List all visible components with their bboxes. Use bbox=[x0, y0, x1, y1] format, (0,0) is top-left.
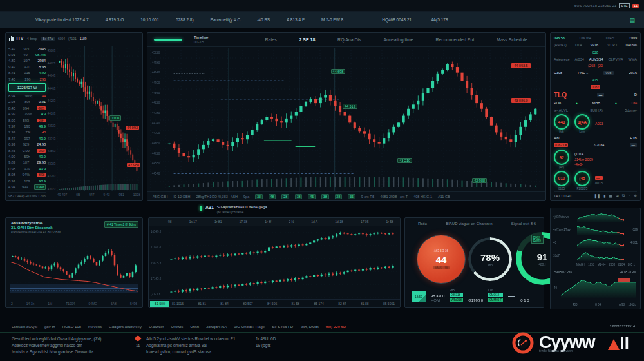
stat-tile[interactable]: 9MO18 bbox=[488, 293, 503, 297]
watchlist-row[interactable]: 7.9719649.9 bbox=[8, 123, 46, 129]
footer-chip[interactable]: 38 bbox=[295, 194, 303, 199]
menu-icon[interactable] bbox=[508, 296, 515, 303]
stat-tile[interactable]: 18/50 bbox=[412, 291, 426, 302]
toolbar-item[interactable]: Panametit(y # C bbox=[211, 17, 241, 22]
footer-item[interactable]: 28kg/TH1GO /0,383 - A5H bbox=[196, 195, 238, 199]
watchlist-row[interactable]: 2.9979L48 bbox=[8, 130, 46, 135]
grid-icon[interactable]: ▦ bbox=[609, 193, 612, 198]
plus-icon[interactable]: ✛ bbox=[634, 193, 637, 198]
titlebar-chip[interactable]: STE bbox=[619, 3, 630, 8]
tab-mass-schedule[interactable]: Mass Schedule bbox=[497, 37, 527, 42]
timeline-label[interactable]: Timeline bbox=[194, 35, 208, 40]
tab-2-se-18[interactable]: 2 SE 18 bbox=[299, 37, 315, 42]
watchlist-row[interactable]: 8.9110998.9 bbox=[8, 178, 46, 184]
mini-gauge[interactable]: 0100105 bbox=[554, 171, 569, 190]
watchlist-row[interactable]: 5.439212945 bbox=[8, 46, 46, 52]
footer-item[interactable]: 4081 2998 - cm T bbox=[380, 195, 408, 199]
footer-chip[interactable]: 45 bbox=[308, 194, 316, 199]
timeframe-badge[interactable]: # 41 Times1 8] 9dns bbox=[104, 221, 138, 228]
footer-item[interactable]: 9pa bbox=[243, 195, 249, 199]
watchlist-row[interactable]: 9.439208.98 bbox=[8, 64, 46, 70]
footer-menu-item[interactable]: Se SYoa FD bbox=[272, 325, 293, 329]
sparkline-canvas[interactable] bbox=[577, 237, 624, 248]
mini-gauge[interactable]: (45P2010/5 bbox=[574, 171, 590, 190]
watchlist-row[interactable]: 8.410154.90 bbox=[8, 70, 46, 76]
mini-gauge[interactable]: 4480vb bbox=[554, 114, 569, 133]
notification-badge[interactable]: 11 bbox=[632, 4, 639, 8]
left-chart-canvas[interactable] bbox=[57, 46, 140, 191]
footer-chip[interactable]: 35 bbox=[348, 194, 355, 199]
watchlist-row[interactable]: 9.8910729.98 bbox=[8, 160, 46, 166]
mini-chart-canvas[interactable] bbox=[10, 246, 138, 297]
sparkline-canvas[interactable] bbox=[577, 211, 624, 222]
mini-gauge[interactable]: 1(4ALem bbox=[574, 114, 590, 133]
stat-tile[interactable]: 9MM05 F bbox=[488, 298, 503, 302]
mini-gauge[interactable]: 92(45) bbox=[554, 150, 569, 169]
watchlist-row[interactable]: 8.93593-2.84 bbox=[8, 117, 46, 123]
watchlist-row[interactable]: 4.9979%4.9 bbox=[8, 112, 46, 117]
footer-menu-item[interactable]: -ath, DMBt bbox=[300, 325, 319, 329]
symbol-label[interactable]: ITV bbox=[17, 36, 24, 41]
stat-tile[interactable]: W5d018 bbox=[450, 298, 463, 302]
toolbar-item[interactable]: 5288 2 8) bbox=[176, 17, 193, 22]
footer-menu-item[interactable]: thn) 229 6D bbox=[326, 325, 346, 329]
footer-menu-item[interactable]: Orkwts bbox=[171, 325, 183, 329]
footer-chip[interactable]: 38 bbox=[255, 194, 263, 199]
chart-icon[interactable]: ▤ bbox=[629, 17, 635, 23]
timeline-progress[interactable] bbox=[154, 39, 182, 41]
watchlist-row[interactable]: 8.450.09-9.99 bbox=[8, 148, 46, 153]
footer-menu-item[interactable]: gav-th bbox=[44, 325, 55, 329]
main-chart-plot[interactable]: 4502044980449404490044860448204478044740… bbox=[150, 48, 543, 191]
footer-menu-item[interactable]: Uhsh bbox=[190, 325, 199, 329]
sparkline-canvas[interactable] bbox=[577, 250, 624, 261]
footer-chip[interactable]: 48 bbox=[269, 194, 276, 199]
footer-chip[interactable]: 28 bbox=[335, 194, 343, 199]
footer-item[interactable]: A11 GB - bbox=[438, 195, 452, 199]
toolbar-item[interactable]: HQ468 0048 21 bbox=[382, 17, 412, 22]
toolbar-item[interactable]: M 5-0 EW 8 bbox=[321, 17, 343, 22]
gauge-percent[interactable]: 78%ann bbox=[468, 237, 512, 281]
tab-recommended-put[interactable]: Recommended Put bbox=[435, 37, 474, 42]
dual-series-canvas[interactable] bbox=[167, 228, 397, 298]
watchlist-row[interactable]: 8.4799749.9 bbox=[8, 135, 46, 141]
watchlist-row[interactable]: 8.949mq44 bbox=[8, 93, 46, 99]
gauge-ratio[interactable]: A63 5 3-16 44 MMA) - W bbox=[417, 235, 466, 284]
footer-chip[interactable]: 38 bbox=[321, 194, 329, 199]
watchlist-row[interactable]: 8.45094-9.81 bbox=[8, 105, 46, 111]
toolbar-item[interactable]: 10,10 601 bbox=[140, 17, 159, 22]
sparkline-canvas[interactable] bbox=[577, 224, 624, 235]
tab-annealing-time[interactable]: Annealing time bbox=[383, 37, 413, 42]
footer-item[interactable]: I0-12 OBH bbox=[174, 195, 191, 199]
tab-rates[interactable]: Rates bbox=[265, 37, 276, 42]
toolbar-item[interactable]: -40 BS bbox=[257, 17, 270, 22]
footer-menu-item[interactable]: JawqB4+6A bbox=[206, 325, 227, 329]
watchlist-row[interactable]: 2.9889f9.01 bbox=[8, 99, 46, 105]
footer-item[interactable]: A5G GB I bbox=[153, 195, 168, 199]
tab-rq-ana-dis[interactable]: RQ Ana Dis bbox=[337, 37, 361, 42]
watchlist-row[interactable]: 4.949990.998 bbox=[8, 184, 46, 190]
watchlist-row[interactable]: 7.45196296 bbox=[8, 76, 46, 82]
toolbar-item[interactable]: Vikay prate tin deut 1022 4 7 bbox=[35, 17, 89, 22]
stop-icon[interactable]: ▮ bbox=[603, 193, 605, 198]
footer-menu-item[interactable]: O.dlwoln bbox=[149, 325, 164, 329]
symbol-chip[interactable]: Bx-47a bbox=[41, 37, 55, 41]
watchlist-row[interactable]: 8.9894%-8.98 bbox=[8, 171, 46, 177]
area-chart-canvas[interactable] bbox=[561, 277, 636, 298]
footer-menu-item[interactable]: Gddgars anotvreey bbox=[109, 325, 142, 329]
watchlist-highlight[interactable]: 1226407 W bbox=[8, 83, 46, 92]
timeframe-label[interactable]: 4 brsp bbox=[26, 37, 37, 41]
copy-icon[interactable]: ⧉ bbox=[622, 193, 625, 198]
toolbar-item[interactable]: 4 819 3 O bbox=[106, 17, 124, 22]
footer-item[interactable]: 408 HK G.1 bbox=[413, 195, 432, 199]
watchlist-row[interactable]: 6.9992924.98 bbox=[8, 141, 46, 147]
stat-tile[interactable]: 985118 bbox=[450, 293, 463, 297]
pause-icon[interactable]: ❚❚ bbox=[594, 193, 600, 198]
footer-chip[interactable]: 28 bbox=[281, 194, 289, 199]
watchlist-row[interactable]: 0.9892949.9 bbox=[8, 166, 46, 171]
watchlist-row[interactable]: 4.8319P2984 bbox=[8, 58, 46, 64]
footer-menu-item[interactable]: 9IO OnctB+-Hage bbox=[234, 325, 265, 329]
toolbar-item[interactable]: 4A(5 178 bbox=[431, 17, 448, 22]
footer-menu-item[interactable]: Lahsam aOQsl bbox=[12, 325, 37, 329]
footer-menu-item[interactable]: HOSO 108 bbox=[62, 325, 81, 329]
axis-cell[interactable]: B1 500 bbox=[150, 301, 169, 307]
